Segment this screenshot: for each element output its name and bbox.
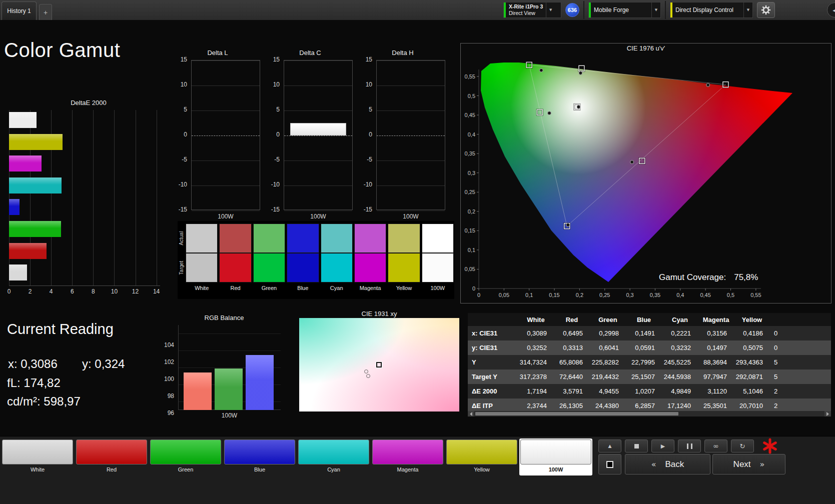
source-dropdown[interactable]: Mobile Forge ▼ — [588, 2, 661, 18]
display-control-label: Direct Display Control — [672, 6, 736, 14]
pattern-button-cyan[interactable]: Cyan — [297, 438, 370, 476]
chevron-down-icon: ▼ — [743, 2, 752, 18]
table-cell: 0,1491 — [626, 326, 662, 340]
swatch-column-yellow: Yellow — [388, 224, 420, 294]
pattern-button-blue[interactable]: Blue — [223, 438, 296, 476]
y-tick-label: 0,3 — [468, 170, 475, 176]
chart-title: Delta C — [266, 49, 355, 56]
pattern-button-100w[interactable]: 100W — [519, 438, 592, 476]
swatch-target — [253, 253, 285, 282]
pattern-button-white[interactable]: White — [1, 438, 74, 476]
y-tick-label: 15 — [273, 56, 280, 63]
refresh-icon: ↻ — [740, 442, 745, 450]
scroll-right-button[interactable] — [824, 411, 831, 416]
scroll-left-button[interactable] — [468, 411, 474, 416]
measured-marker — [566, 223, 570, 226]
pattern-label: Red — [76, 464, 147, 474]
y-tick-label: 5 — [369, 106, 372, 113]
settings-gear-button[interactable] — [757, 2, 775, 18]
continuous-measure-button[interactable]: ∞ — [704, 440, 727, 452]
table-cell: 65,8086 — [554, 355, 590, 370]
table-horizontal-scrollbar[interactable] — [468, 411, 831, 416]
rgb-balance-chart: RGB Balance 1041021009896 100W — [159, 313, 289, 419]
table-cell: 25,1507 — [626, 370, 662, 384]
swatch-label: Yellow — [388, 282, 420, 294]
y-tick-label: 102 — [164, 358, 174, 366]
gridline — [284, 160, 352, 161]
meter-dropdown[interactable]: X-Rite i1Pro 3 Direct View ▼ — [503, 2, 561, 18]
table-cell: 317,2378 — [518, 370, 554, 384]
pattern-button-magenta[interactable]: Magenta — [371, 438, 444, 476]
table-cell-clipped: 0 — [770, 340, 831, 355]
table-cell: 0,2221 — [662, 326, 698, 340]
table-header-cell — [468, 313, 518, 326]
table-header-row: WhiteRedGreenBlueCyanMagentaYellow — [468, 313, 831, 326]
gridline — [192, 86, 260, 86]
current-reading-title: Current Reading — [7, 321, 114, 338]
y-tick-label: 0 — [472, 286, 475, 292]
refresh-button[interactable]: ↻ — [731, 440, 754, 452]
y-tick-label: 0,45 — [465, 112, 475, 118]
gridline — [72, 110, 73, 286]
page-title: Color Gamut — [4, 39, 120, 62]
pattern-window-button[interactable] — [598, 454, 621, 474]
table-cell: 1,0207 — [626, 384, 662, 398]
table-cell: 72,6440 — [554, 370, 590, 384]
pattern-button-red[interactable]: Red — [75, 438, 148, 476]
display-control-dropdown[interactable]: Direct Display Control ▼ — [670, 2, 753, 18]
gridline — [377, 110, 445, 111]
scrollbar-track[interactable] — [474, 411, 824, 416]
table-cell: 0,2998 — [590, 326, 626, 340]
locus-fill-group — [461, 44, 832, 304]
gamut-coverage-value: 75,8% — [734, 272, 758, 282]
y-tick-label: 0 — [276, 131, 280, 138]
measured-marker — [366, 374, 370, 378]
measured-marker — [548, 112, 551, 115]
tab-history-1[interactable]: History 1 — [2, 2, 37, 20]
pattern-swatch — [446, 440, 517, 464]
x-tick-label: 0 — [8, 288, 11, 295]
delta-l-chart: Delta L 151050-5-10-15 100W — [173, 48, 262, 220]
y-tick-label: -10 — [179, 181, 187, 188]
chevron-down-icon: ▼ — [651, 2, 660, 18]
play-button[interactable]: ▶ — [651, 440, 674, 452]
top-right-controls: X-Rite i1Pro 3 Direct View ▼ 636 Mobile … — [503, 2, 775, 18]
pattern-label: Yellow — [446, 464, 517, 474]
meter-count-badge[interactable]: 636 — [565, 3, 579, 17]
left-arrow-icon — [470, 412, 472, 416]
add-tab-button[interactable]: + — [39, 4, 52, 20]
pattern-button-green[interactable]: Green — [149, 438, 222, 476]
gridline — [179, 334, 281, 334]
back-button[interactable]: « Back — [625, 454, 710, 474]
collapse-panel-button[interactable]: ◀ — [827, 2, 835, 18]
y-tick-label: -15 — [271, 206, 280, 213]
pattern-swatch — [224, 440, 295, 464]
table-cell: 225,8282 — [590, 355, 626, 370]
y-tick-label: -15 — [364, 206, 372, 213]
gridline — [377, 60, 445, 61]
y-tick-label: 0,5 — [468, 93, 475, 99]
stop-button[interactable] — [625, 440, 648, 452]
scrollbar-thumb[interactable] — [475, 412, 678, 416]
table-cell: 4,9455 — [590, 384, 626, 398]
x-axis-label: 100W — [178, 412, 281, 419]
pause-button[interactable] — [678, 440, 701, 452]
plot-area — [284, 60, 353, 210]
pattern-button-yellow[interactable]: Yellow — [445, 438, 518, 476]
table-cell: 88,3694 — [698, 355, 734, 370]
pattern-up-button[interactable]: ▲ — [598, 440, 621, 452]
deltae-bar-red — [9, 243, 47, 259]
top-bar: History 1 + X-Rite i1Pro 3 Direct View ▼… — [0, 0, 835, 20]
gear-icon — [761, 5, 771, 15]
x-tick-label: 0,15 — [549, 292, 559, 298]
x-tick-label: 0,25 — [599, 292, 610, 298]
swatch-column-100w: 100W — [422, 224, 454, 294]
table-cell: 219,4432 — [590, 370, 626, 384]
next-button[interactable]: Next » — [712, 454, 785, 474]
gridline — [284, 60, 352, 61]
chart-title: DeltaE 2000 — [8, 99, 169, 106]
pattern-window-icon — [606, 461, 613, 468]
pattern-swatch — [298, 440, 369, 464]
deltae2000-chart: DeltaE 2000 02468101214 — [8, 98, 169, 299]
y-tick-label: 0,4 — [468, 132, 475, 138]
